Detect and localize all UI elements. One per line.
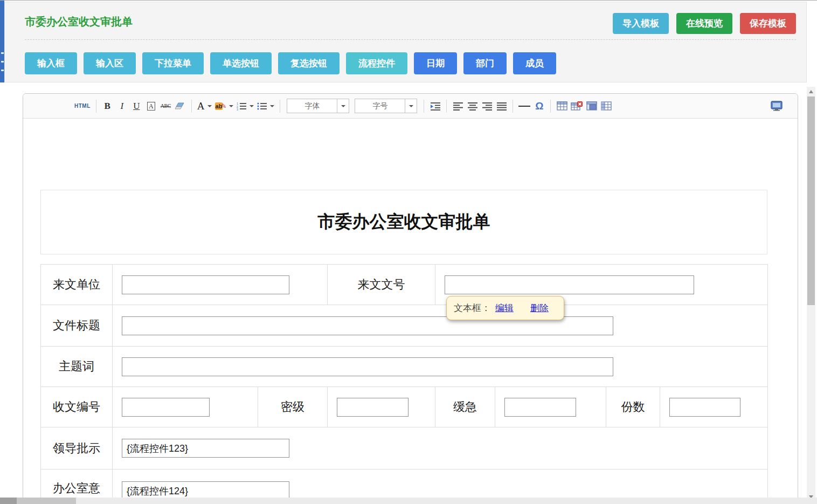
toolbar-separator xyxy=(513,100,513,113)
char-border-button[interactable]: A xyxy=(144,98,158,114)
source-code-button[interactable]: HTML xyxy=(73,98,92,114)
remove-format-button[interactable] xyxy=(173,98,188,114)
scrollbar-corner xyxy=(0,498,17,504)
horizontal-rule-icon xyxy=(518,106,530,107)
align-left-icon xyxy=(453,102,463,111)
label-source-unit: 来文单位 xyxy=(41,265,113,305)
form-control-buttons: 输入框输入区下拉菜单单选按钮复选按钮流程控件日期部门成员 xyxy=(25,52,806,74)
chevron-down-icon xyxy=(207,105,212,107)
underline-button[interactable]: U xyxy=(129,98,144,114)
special-char-button[interactable]: Ω xyxy=(532,98,546,114)
align-justify-button[interactable] xyxy=(494,98,509,114)
strikethrough-button[interactable]: ABC xyxy=(158,98,173,114)
insert-table-button[interactable] xyxy=(555,98,569,114)
align-left-button[interactable] xyxy=(451,98,465,114)
input-cell xyxy=(113,387,258,427)
cell-properties-icon xyxy=(601,101,612,111)
leader-comments-flow-control-input[interactable] xyxy=(122,439,289,458)
ordered-list-button[interactable]: 1 2 3 xyxy=(235,98,255,114)
field-label: 密级 xyxy=(281,400,304,413)
table-properties-button[interactable] xyxy=(584,98,599,114)
form-table-row: 主题词 xyxy=(41,347,768,387)
toolbar-separator xyxy=(424,100,424,113)
copies-count-input[interactable] xyxy=(669,398,740,417)
source-unit-input[interactable] xyxy=(122,275,289,294)
font-family-value: 字体 xyxy=(287,99,337,113)
vertical-scrollbar[interactable] xyxy=(807,87,815,502)
chevron-down-icon xyxy=(229,105,233,107)
bold-button[interactable]: B xyxy=(100,98,115,114)
font-size-dropdown-button[interactable] xyxy=(405,99,417,113)
add-radio-button[interactable]: 单选按钮 xyxy=(210,52,272,74)
vertical-scrollbar-thumb[interactable] xyxy=(807,96,815,305)
form-template-designer: 市委办公室收文审批单 导入模板在线预览保存模板 输入框输入区下拉菜单单选按钮复选… xyxy=(0,0,817,504)
align-justify-icon xyxy=(496,102,507,111)
chevron-down-icon xyxy=(250,105,254,107)
horizontal-scrollbar[interactable] xyxy=(0,498,817,504)
header-actions: 导入模板在线预览保存模板 xyxy=(613,13,796,34)
secrecy-level-input[interactable] xyxy=(337,398,408,417)
chevron-down-icon xyxy=(270,105,274,107)
label-copies-count: 份数 xyxy=(606,387,660,427)
add-checkbox-button[interactable]: 复选按钮 xyxy=(278,52,340,74)
add-dropdown-button[interactable]: 下拉菜单 xyxy=(142,52,204,74)
html-label: HTML xyxy=(74,103,91,109)
form-table-row: 收文编号密级缓急份数 xyxy=(41,387,768,427)
subject-words-input[interactable] xyxy=(122,357,613,376)
editor-content[interactable]: 市委办公室收文审批单 来文单位来文文号文件标题主题词收文编号密级缓急份数领导批示… xyxy=(23,119,798,504)
align-right-button[interactable] xyxy=(480,98,494,114)
edit-control-link[interactable]: 编辑 xyxy=(495,302,514,314)
italic-button[interactable]: I xyxy=(115,98,129,114)
edge-mark xyxy=(1,70,4,71)
chevron-down-icon xyxy=(409,105,413,107)
font-color-button[interactable]: A xyxy=(196,98,213,114)
editor-toolbar: HTML B I U A ABC A ab ✎ xyxy=(23,94,798,119)
highlight-color-button[interactable]: ab ✎ xyxy=(213,98,236,114)
field-label: 领导批示 xyxy=(53,441,100,455)
toolbar-separator xyxy=(550,100,551,113)
add-flow-control-button[interactable]: 流程控件 xyxy=(346,52,407,74)
form-table: 来文单位来文文号文件标题主题词收文编号密级缓急份数领导批示办公室意见 xyxy=(40,264,768,504)
page-title: 市委办公室收文审批单 xyxy=(25,15,133,29)
toolbar-separator xyxy=(96,100,96,113)
unordered-list-icon xyxy=(257,102,267,111)
add-department-button[interactable]: 部门 xyxy=(463,52,507,74)
unordered-list-button[interactable] xyxy=(255,98,276,114)
font-size-select[interactable]: 字号 xyxy=(355,99,417,113)
chevron-down-icon xyxy=(341,105,345,107)
header-panel: 市委办公室收文审批单 导入模板在线预览保存模板 输入框输入区下拉菜单单选按钮复选… xyxy=(4,2,807,82)
indent-button[interactable] xyxy=(428,98,442,114)
urgency-input[interactable] xyxy=(504,398,576,417)
label-document-title: 文件标题 xyxy=(41,305,113,347)
receipt-number-input[interactable] xyxy=(122,398,210,417)
fullscreen-button[interactable] xyxy=(768,98,785,114)
label-leader-comments: 领导批示 xyxy=(41,427,113,470)
edge-mark xyxy=(1,61,4,63)
horizontal-rule-button[interactable] xyxy=(517,98,532,114)
save-template-button[interactable]: 保存模板 xyxy=(740,13,796,34)
horizontal-scrollbar-thumb[interactable] xyxy=(17,498,76,504)
add-input-box-button[interactable]: 输入框 xyxy=(25,52,77,74)
delete-table-button[interactable] xyxy=(569,98,584,114)
font-family-dropdown-button[interactable] xyxy=(337,99,349,113)
label-document-number: 来文文号 xyxy=(328,265,435,305)
add-member-button[interactable]: 成员 xyxy=(513,52,556,74)
control-tooltip: 文本框： 编辑 删除 xyxy=(446,296,564,320)
form-title-box[interactable]: 市委办公室收文审批单 xyxy=(40,190,767,254)
add-textarea-button[interactable]: 输入区 xyxy=(84,52,136,74)
cell-properties-button[interactable] xyxy=(599,98,613,114)
document-number-input[interactable] xyxy=(445,275,694,294)
align-center-button[interactable] xyxy=(465,98,480,114)
delete-control-link[interactable]: 删除 xyxy=(530,302,549,314)
ordered-list-icon: 1 2 3 xyxy=(237,102,247,111)
svg-text:3: 3 xyxy=(237,108,238,111)
import-template-button[interactable]: 导入模板 xyxy=(613,13,669,34)
input-cell xyxy=(113,427,768,470)
label-receipt-number: 收文编号 xyxy=(41,387,113,427)
online-preview-button[interactable]: 在线预览 xyxy=(676,13,732,34)
font-family-select[interactable]: 字体 xyxy=(287,99,349,113)
add-date-button[interactable]: 日期 xyxy=(414,52,457,74)
left-edge-strip xyxy=(0,1,4,82)
scroll-up-arrow-icon[interactable] xyxy=(809,90,813,93)
input-cell xyxy=(113,305,768,347)
